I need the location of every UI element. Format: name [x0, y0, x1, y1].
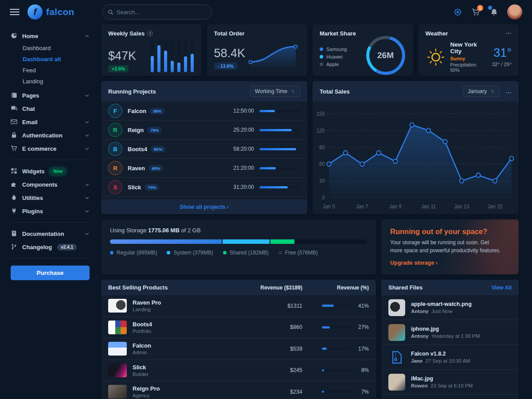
- project-row[interactable]: F Falcon 38% 12:50:00: [101, 102, 307, 121]
- product-category[interactable]: Agency: [133, 393, 160, 398]
- project-row[interactable]: B Boots4 90% 58:20:00: [101, 140, 307, 159]
- sidebar-item-dashboard[interactable]: Dashboard: [23, 43, 90, 54]
- storage-legend: Regular (895MB)System (379MB)Shared (192…: [110, 250, 367, 256]
- sidebar-item-e-commerce[interactable]: E commerce: [11, 142, 90, 155]
- search-input[interactable]: [117, 9, 206, 16]
- project-row[interactable]: R Reign 79% 25:20:00: [101, 121, 307, 140]
- file-row[interactable]: iMac.jpg Rowen 23 Sep at 6:10 PM: [381, 370, 519, 395]
- sidebar-item-components[interactable]: Components: [11, 178, 90, 191]
- sidebar-item-plugins[interactable]: Plugins: [11, 204, 90, 218]
- project-time: 21:20:00: [233, 165, 254, 171]
- project-row[interactable]: S Slick 70% 31:20:00: [101, 178, 307, 197]
- sidebar-item-widgets[interactable]: WidgetsNew: [11, 164, 90, 178]
- purchase-button[interactable]: Purchase: [11, 266, 90, 280]
- falcon-logo-icon: f: [27, 4, 43, 20]
- settings-gear-icon[interactable]: [453, 7, 462, 17]
- sidebar-item-feed[interactable]: Feed: [23, 65, 90, 76]
- view-all-link[interactable]: View All: [492, 285, 512, 291]
- brand-logo[interactable]: f falcon: [27, 4, 74, 20]
- sidebar-item-pages[interactable]: Pages: [11, 89, 90, 102]
- product-category[interactable]: Builder: [133, 372, 149, 377]
- project-progress-badge: 79%: [147, 127, 162, 133]
- product-row[interactable]: Boots4 Portfolio $860 27%: [101, 317, 376, 339]
- bar: [171, 40, 174, 72]
- file-row[interactable]: apple-smart-watch.png Antony Just Now: [381, 295, 519, 320]
- sidebar-item-utilities[interactable]: Utilities: [11, 191, 90, 204]
- help-icon[interactable]: ?: [147, 31, 153, 36]
- market-share-title: Market Share: [320, 30, 356, 37]
- product-row[interactable]: Slick Builder $245 8%: [101, 360, 376, 382]
- product-thumbnail: [108, 321, 127, 334]
- file-name[interactable]: iMac.jpg: [411, 376, 473, 382]
- sidebar: HomeDashboardDashboard altFeedLandingPag…: [0, 24, 101, 399]
- sidebar-item-chat[interactable]: Chat: [11, 102, 90, 115]
- show-all-projects-link[interactable]: Show all projects ›: [180, 204, 228, 210]
- sidebar-item-landing[interactable]: Landing: [23, 76, 90, 87]
- navbar-actions: 1: [453, 4, 522, 20]
- file-meta: Rowen 23 Sep at 6:10 PM: [411, 383, 473, 388]
- working-time-select[interactable]: Working Time: [250, 86, 300, 97]
- top-navbar: f falcon 1: [0, 0, 532, 24]
- svg-text:Jan 5: Jan 5: [323, 203, 335, 209]
- weather-city: New York City: [450, 41, 488, 55]
- bell-icon[interactable]: [489, 7, 499, 17]
- revenue-progress-bar: [322, 369, 351, 372]
- sidebar-item-home[interactable]: Home: [11, 29, 90, 43]
- storage-total: of 2 GB: [181, 227, 200, 234]
- file-name[interactable]: Falcon v1.8.2: [411, 351, 470, 357]
- card-menu-icon[interactable]: ...: [506, 90, 512, 93]
- search-box[interactable]: [102, 4, 212, 20]
- product-thumbnail: [108, 385, 127, 399]
- total-order-line-chart: [246, 40, 300, 70]
- product-category[interactable]: Admin: [133, 350, 151, 355]
- card-menu-icon[interactable]: ...: [506, 30, 512, 34]
- month-select[interactable]: January: [463, 86, 500, 97]
- product-revenue: $539: [245, 346, 302, 352]
- file-row[interactable]: Falcon v1.8.2 Jane 27 Sep at 10:30 AM: [381, 345, 519, 370]
- cart-icon[interactable]: 1: [471, 7, 481, 17]
- divider: [11, 258, 90, 258]
- new-badge: New: [50, 168, 66, 175]
- sidebar-item-dashboard-alt[interactable]: Dashboard alt: [23, 54, 90, 65]
- user-avatar[interactable]: [507, 4, 522, 20]
- product-category[interactable]: Portfolio: [133, 329, 152, 334]
- menu-toggle-icon[interactable]: [10, 9, 20, 15]
- project-time: 31:20:00: [233, 184, 254, 190]
- svg-text:Jan 11: Jan 11: [421, 203, 436, 209]
- product-row[interactable]: Reign Pro Agency $234 7%: [101, 381, 376, 399]
- sidebar-item-authentication[interactable]: Authentication: [11, 129, 90, 142]
- product-row[interactable]: Falcon Admin $539 17%: [101, 338, 376, 360]
- upgrade-storage-link[interactable]: Upgrade storage ›: [390, 260, 438, 266]
- sidebar-item-label: Plugins: [22, 208, 43, 215]
- product-revenue: $1311: [245, 303, 302, 309]
- total-sales-chart: 0306090120150Jan 5Jan 7Jan 9Jan 11Jan 13…: [313, 102, 519, 214]
- weather-range: 32° / 25°: [492, 62, 512, 67]
- total-order-badge: - 13.6%: [214, 63, 237, 70]
- storage-segment: [110, 239, 222, 244]
- pie-chart-icon: [11, 32, 18, 39]
- best-selling-title: Best Selling Products: [108, 284, 245, 291]
- total-sales-card: Total Sales January ... 0306090120150Jan…: [313, 81, 519, 214]
- project-progress-bar: [259, 110, 300, 112]
- file-row[interactable]: iphone.jpg Antony Yesterday at 1:30 PM: [381, 320, 519, 345]
- svg-text:120: 120: [317, 127, 325, 133]
- file-name[interactable]: iphone.jpg: [411, 326, 480, 332]
- project-avatar: B: [108, 142, 122, 156]
- space-promo-card: Running out of your space? Your storage …: [381, 219, 519, 274]
- file-name[interactable]: apple-smart-watch.png: [411, 301, 472, 307]
- sidebar-submenu: DashboardDashboard altFeedLanding: [11, 43, 90, 89]
- sidebar-item-changelog[interactable]: Changelogv2.4.1: [11, 240, 90, 254]
- sidebar-item-email[interactable]: Email: [11, 115, 90, 129]
- product-row[interactable]: Raven Pro Landing $1311 41%: [101, 295, 376, 317]
- legend-item: Regular (895MB): [110, 250, 157, 256]
- chevron-down-icon: [85, 209, 90, 214]
- product-revenue: $860: [245, 324, 302, 330]
- sidebar-item-documentation[interactable]: Documentation: [11, 227, 90, 240]
- shared-files-title: Shared Files: [388, 284, 422, 291]
- total-order-title: Total Order: [214, 30, 245, 37]
- weekly-sales-bar-chart: [151, 40, 194, 72]
- cart-icon: [11, 145, 18, 152]
- project-row[interactable]: R Raven 40% 21:20:00: [101, 159, 307, 178]
- product-category[interactable]: Landing: [133, 307, 161, 312]
- sidebar-nav: HomeDashboardDashboard altFeedLandingPag…: [11, 29, 90, 254]
